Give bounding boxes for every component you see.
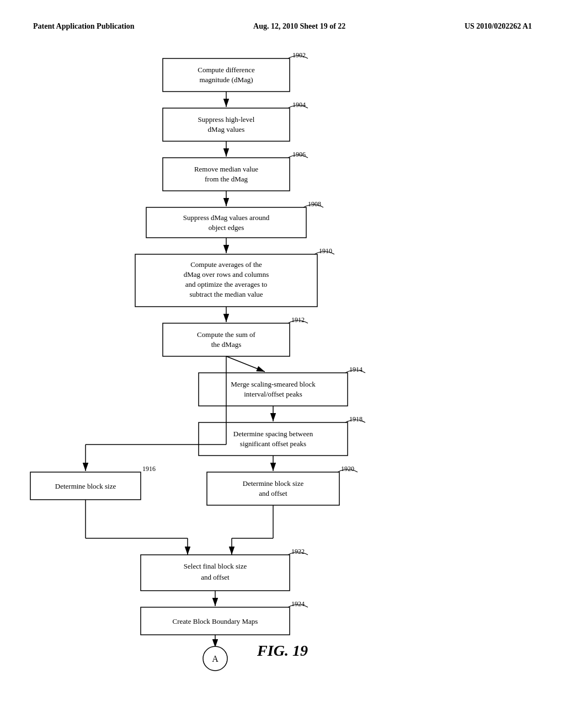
- svg-text:1914: 1914: [349, 366, 363, 373]
- svg-text:Select final block size: Select final block size: [184, 562, 247, 570]
- node-1906: [163, 158, 290, 191]
- svg-text:Create Block Boundary Maps: Create Block Boundary Maps: [173, 617, 258, 625]
- svg-text:1920: 1920: [341, 465, 354, 473]
- svg-text:Determine spacing between: Determine spacing between: [233, 430, 313, 438]
- svg-text:subtract the median value: subtract the median value: [189, 290, 263, 298]
- svg-text:and offset: and offset: [201, 573, 230, 581]
- header-left: Patent Application Publication: [33, 22, 135, 31]
- node-1914: [199, 373, 348, 406]
- svg-text:1902: 1902: [292, 51, 306, 59]
- svg-text:1908: 1908: [308, 200, 321, 208]
- header-right: US 2010/0202262 A1: [465, 22, 532, 31]
- svg-text:object edges: object edges: [209, 223, 244, 232]
- svg-text:Suppress high-level: Suppress high-level: [198, 115, 255, 124]
- svg-text:the dMags: the dMags: [211, 340, 242, 349]
- svg-text:and offset: and offset: [259, 489, 287, 497]
- svg-text:and optimize the averages to: and optimize the averages to: [185, 280, 268, 288]
- node-1902: [163, 58, 290, 92]
- svg-text:Determine block size: Determine block size: [55, 482, 116, 490]
- svg-text:1916: 1916: [142, 465, 156, 473]
- page-header: Patent Application Publication Aug. 12, …: [0, 0, 565, 42]
- svg-text:interval/offset peaks: interval/offset peaks: [244, 390, 302, 398]
- node-1908: [146, 207, 306, 238]
- svg-text:Compute averages of the: Compute averages of the: [190, 260, 262, 269]
- flowchart-svg: Compute difference magnitude (dMag) 1902…: [0, 42, 565, 676]
- header-middle: Aug. 12, 2010 Sheet 19 of 22: [253, 22, 345, 31]
- node-1912: [163, 323, 290, 356]
- svg-text:1910: 1910: [319, 247, 332, 255]
- node-1918: [199, 422, 348, 456]
- svg-text:Suppress dMag values around: Suppress dMag values around: [183, 213, 270, 222]
- svg-text:1924: 1924: [291, 600, 305, 608]
- svg-text:Remove median value: Remove median value: [194, 165, 258, 173]
- svg-text:dMag over rows and columns: dMag over rows and columns: [184, 270, 269, 279]
- svg-text:1906: 1906: [292, 151, 306, 158]
- fig-label: FIG. 19: [0, 642, 565, 660]
- svg-text:from the dMag: from the dMag: [205, 175, 248, 183]
- node-1920: [207, 472, 339, 505]
- diagram-container: Compute difference magnitude (dMag) 1902…: [0, 42, 565, 676]
- node-1904: [163, 108, 290, 141]
- svg-text:1922: 1922: [291, 548, 305, 555]
- svg-text:Compute the sum of: Compute the sum of: [197, 330, 255, 339]
- svg-text:1904: 1904: [292, 101, 306, 109]
- svg-text:magnitude (dMag): magnitude (dMag): [199, 76, 253, 84]
- svg-text:dMag values: dMag values: [208, 125, 245, 133]
- svg-text:1912: 1912: [291, 316, 305, 324]
- svg-text:1918: 1918: [349, 415, 363, 423]
- svg-text:Compute difference: Compute difference: [198, 66, 255, 74]
- svg-text:Merge scaling-smeared block: Merge scaling-smeared block: [231, 380, 316, 388]
- svg-text:Determine block size: Determine block size: [243, 479, 304, 488]
- svg-text:significant offset peaks: significant offset peaks: [240, 440, 306, 448]
- svg-line-26: [226, 356, 265, 372]
